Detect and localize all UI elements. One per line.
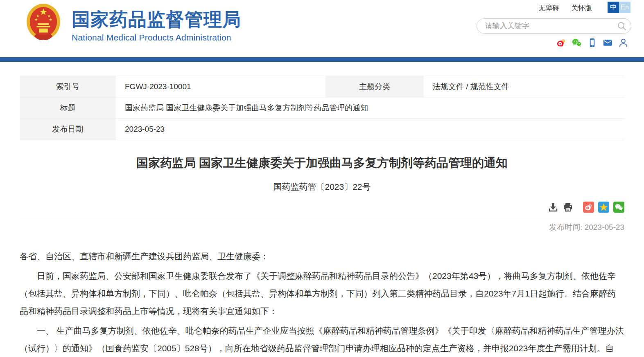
document-number: 国药监药管〔2023〕22号 xyxy=(20,181,624,193)
document-page: 索引号 FGWJ-2023-10001 主题分类 法规文件 / 规范性文件 标题… xyxy=(0,76,644,357)
meta-label-title: 标题 xyxy=(20,97,116,119)
print-icon[interactable] xyxy=(563,202,573,213)
search-input[interactable] xyxy=(477,22,613,30)
meta-value-pubdate: 2023-05-23 xyxy=(116,119,624,140)
article-body: 各省、自治区、直辖市和新疆生产建设兵团药监局、卫生健康委： 日前，国家药监局、公… xyxy=(20,247,624,357)
wechat-icon[interactable] xyxy=(572,38,582,48)
language-switcher: 中 En xyxy=(608,2,630,13)
search-button[interactable] xyxy=(613,19,631,33)
page-title: 国家药监局 国家卫生健康委关于加强曲马多复方制剂等药品管理的通知 xyxy=(20,155,624,171)
care-version-link[interactable]: 关怀版 xyxy=(571,4,592,12)
weibo-icon[interactable] xyxy=(556,38,566,48)
main-navbar xyxy=(0,57,644,62)
account-icon[interactable] xyxy=(618,38,628,48)
lang-en-button[interactable]: En xyxy=(619,2,630,13)
site-title-en: National Medical Products Administration xyxy=(72,33,241,43)
document-meta-table: 索引号 FGWJ-2023-10001 主题分类 法规文件 / 规范性文件 标题… xyxy=(20,76,624,140)
share-weibo-button[interactable] xyxy=(583,202,594,213)
meta-label-index: 索引号 xyxy=(20,76,116,97)
site-header: 国家药品监督管理局 National Medical Products Admi… xyxy=(0,0,644,57)
accessibility-link[interactable]: 无障碍 xyxy=(538,4,559,12)
share-qzone-star-icon xyxy=(599,202,608,212)
download-icon[interactable] xyxy=(548,202,558,213)
search-icon xyxy=(617,21,627,31)
share-wechat-icon xyxy=(615,203,623,211)
meta-value-index: FGWJ-2023-10001 xyxy=(116,76,325,97)
title-divider xyxy=(20,217,624,217)
publish-time-label: 发布时间: xyxy=(549,223,582,231)
site-brand: 国家药品监督管理局 National Medical Products Admi… xyxy=(72,9,241,43)
publish-time: 发布时间: 2023-05-23 xyxy=(20,222,624,233)
utility-links: 无障碍 关怀版 xyxy=(529,3,592,13)
header-social-row xyxy=(556,38,628,48)
national-emblem-logo xyxy=(25,3,61,43)
meta-label-pubdate: 发布日期 xyxy=(20,119,116,140)
lang-zh-button[interactable]: 中 xyxy=(608,2,619,13)
site-title-zh: 国家药品监督管理局 xyxy=(72,9,241,30)
share-wechat-button[interactable] xyxy=(613,202,624,213)
search-box xyxy=(477,18,631,34)
meta-value-category: 法规文件 / 规范性文件 xyxy=(424,76,624,97)
body-paragraph-salutation: 各省、自治区、直辖市和新疆生产建设兵团药监局、卫生健康委： xyxy=(20,247,624,265)
publish-time-value: 2023-05-23 xyxy=(585,223,624,231)
share-toolbar xyxy=(20,202,624,213)
body-paragraph-intro: 日前，国家药监局、公安部和国家卫生健康委联合发布了《关于调整麻醉药品和精神药品目… xyxy=(20,267,624,320)
body-paragraph-item-1: 一、 生产曲马多复方制剂、依他佐辛、吡仑帕奈的药品生产企业应当按照《麻醉药品和精… xyxy=(20,322,624,357)
mail-icon[interactable] xyxy=(603,38,613,48)
meta-value-title: 国家药监局 国家卫生健康委关于加强曲马多复方制剂等药品管理的通知 xyxy=(116,97,624,119)
mobile-icon[interactable] xyxy=(587,38,597,48)
share-weibo-icon xyxy=(584,203,593,211)
share-qzone-button[interactable] xyxy=(598,202,609,213)
meta-label-category: 主题分类 xyxy=(325,76,424,97)
